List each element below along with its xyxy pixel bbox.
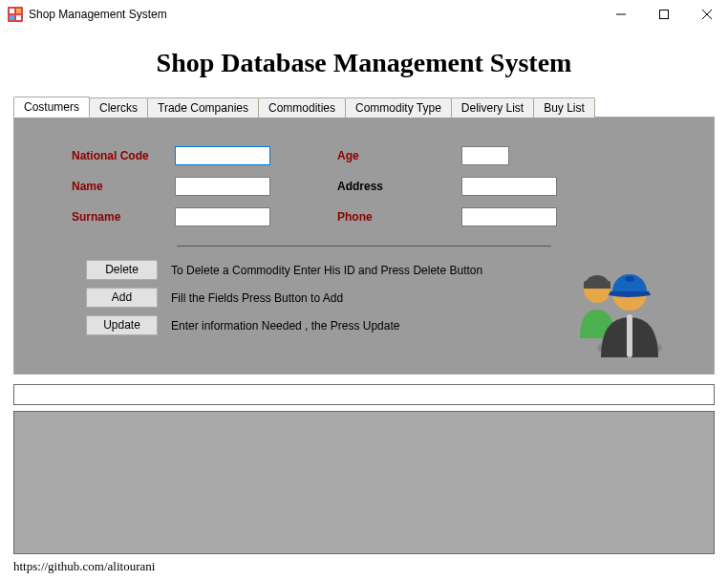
- update-desc: Enter information Needed , the Press Upd…: [171, 319, 399, 333]
- tab-strip: Costumers Clercks Trade Companies Commod…: [13, 96, 715, 117]
- svg-rect-4: [16, 15, 21, 20]
- svg-point-13: [625, 276, 634, 282]
- minimize-button[interactable]: [599, 0, 642, 29]
- window-title: Shop Management System: [29, 8, 167, 21]
- titlebar: Shop Management System: [0, 0, 728, 29]
- close-button[interactable]: [685, 0, 728, 29]
- input-national-code[interactable]: [175, 146, 270, 165]
- label-address: Address: [337, 180, 461, 193]
- footer-link[interactable]: https://github.com/alitourani: [13, 559, 155, 574]
- form-col-left: National Code Name Surname: [72, 146, 270, 226]
- app-icon: [8, 7, 23, 22]
- tab-panel-customers: National Code Name Surname Age: [13, 117, 715, 375]
- field-phone: Phone: [337, 207, 557, 226]
- svg-rect-6: [659, 11, 668, 19]
- add-button[interactable]: Add: [86, 288, 158, 308]
- tab-buy-list[interactable]: Buy List: [533, 97, 595, 118]
- input-surname[interactable]: [175, 207, 270, 226]
- field-age: Age: [337, 146, 557, 165]
- input-phone[interactable]: [461, 207, 557, 226]
- label-surname: Surname: [72, 210, 175, 224]
- svg-rect-2: [16, 9, 21, 13]
- titlebar-left: Shop Management System: [8, 7, 167, 22]
- form-col-right: Age Address Phone: [337, 146, 557, 226]
- tab-delivery-list[interactable]: Delivery List: [451, 97, 534, 118]
- input-name[interactable]: [175, 177, 270, 196]
- tab-customers[interactable]: Costumers: [13, 97, 90, 118]
- window-controls: [599, 0, 728, 29]
- data-grid[interactable]: [13, 411, 715, 554]
- tab-commodities[interactable]: Commodities: [258, 97, 346, 118]
- delete-desc: To Delete a Commodity Enter His ID and P…: [171, 264, 482, 277]
- people-icon: [561, 247, 675, 362]
- svg-rect-10: [584, 281, 610, 289]
- label-phone: Phone: [337, 210, 461, 224]
- label-national-code: National Code: [72, 149, 175, 162]
- input-address[interactable]: [461, 177, 557, 196]
- tab-clerks[interactable]: Clercks: [89, 97, 148, 118]
- maximize-button[interactable]: [642, 0, 685, 29]
- field-surname: Surname: [72, 207, 270, 226]
- field-address: Address: [337, 177, 557, 196]
- tab-commodity-type[interactable]: Commodity Type: [345, 97, 452, 118]
- update-button[interactable]: Update: [86, 315, 158, 335]
- label-age: Age: [337, 149, 461, 162]
- tab-trade-companies[interactable]: Trade Companies: [147, 97, 259, 118]
- page-title: Shop Database Management System: [0, 48, 728, 78]
- delete-button[interactable]: Delete: [86, 260, 158, 280]
- divider: [177, 246, 551, 247]
- input-age[interactable]: [461, 146, 509, 165]
- field-national-code: National Code: [72, 146, 270, 165]
- add-desc: Fill the Fields Press Button to Add: [171, 291, 343, 305]
- status-bar: [13, 384, 715, 405]
- svg-rect-3: [10, 15, 14, 20]
- customer-form: National Code Name Surname Age: [72, 146, 656, 226]
- content: Costumers Clercks Trade Companies Commod…: [0, 96, 728, 375]
- field-name: Name: [72, 177, 270, 196]
- svg-rect-1: [10, 9, 14, 13]
- label-name: Name: [72, 180, 175, 193]
